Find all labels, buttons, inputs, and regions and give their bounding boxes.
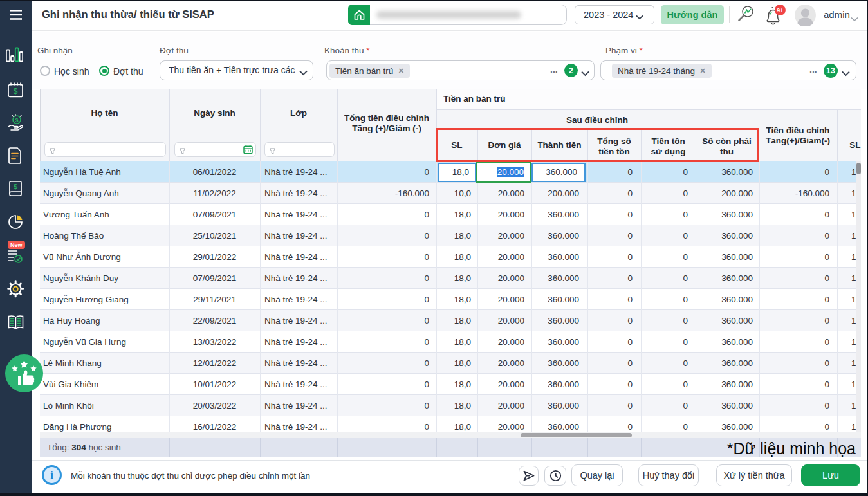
svg-text:$: $ xyxy=(14,183,17,190)
svg-text:$: $ xyxy=(15,117,18,124)
svg-text:$: $ xyxy=(14,87,18,96)
